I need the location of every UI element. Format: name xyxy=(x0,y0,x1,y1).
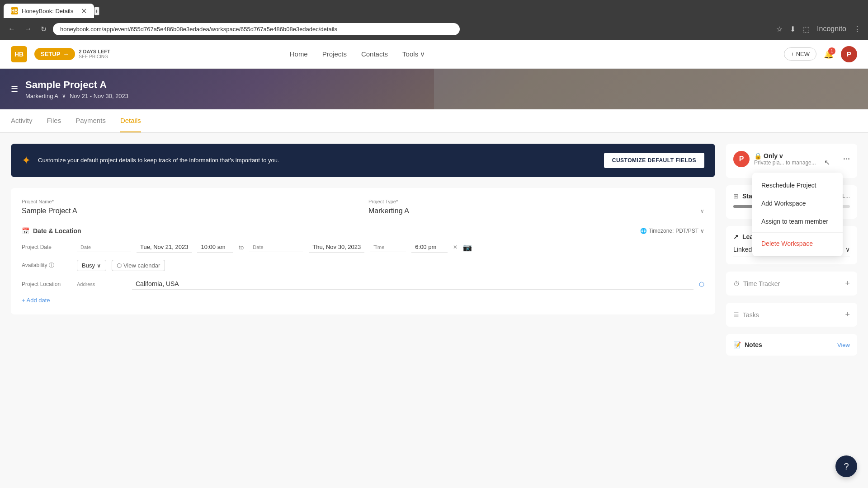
tab-payments[interactable]: Payments xyxy=(75,109,106,132)
new-button[interactable]: + NEW xyxy=(784,47,816,61)
date-separator: to xyxy=(239,244,244,251)
lock-icon: 🔒 xyxy=(754,152,762,160)
left-panel: ✦ Customize your default project details… xyxy=(11,144,715,483)
end-date-label: Date xyxy=(249,243,303,252)
calendar-icon[interactable]: 📷 xyxy=(463,243,472,252)
days-left-count: 2 DAYS LEFT xyxy=(79,49,110,54)
user-avatar[interactable]: P xyxy=(841,46,857,62)
star-icon[interactable]: ☆ xyxy=(774,23,784,35)
add-workspace-item[interactable]: Add Workspace xyxy=(752,194,843,212)
browser-right-icons: ☆ ⬇ ⬚ Incognito ⋮ xyxy=(774,23,863,35)
availability-select[interactable]: Busy ∨ xyxy=(77,260,106,271)
project-sub: Markerting A ∨ Nov 21 - Nov 30, 2023 xyxy=(25,93,128,99)
banner-star-icon: ✦ xyxy=(22,154,31,167)
setup-button[interactable]: SETUP → xyxy=(34,48,75,60)
notes-header: 📝 Notes View xyxy=(733,341,850,348)
tab-details[interactable]: Details xyxy=(120,109,141,132)
assign-to-team-member-item[interactable]: Assign to team member xyxy=(752,212,843,230)
project-avatar: P xyxy=(733,151,750,167)
notifications-button[interactable]: 🔔 1 xyxy=(824,49,834,59)
new-tab-button[interactable]: + xyxy=(94,7,99,15)
timezone-selector[interactable]: 🌐 Timezone: PDT/PST ∨ xyxy=(640,228,704,234)
setup-arrow-icon: → xyxy=(63,51,69,57)
project-type-select[interactable]: Markerting A ∨ xyxy=(368,207,704,218)
visibility-title: Only v xyxy=(764,152,783,160)
nav-contacts[interactable]: Contacts xyxy=(361,50,388,58)
tasks-card: ☰ Tasks + xyxy=(726,303,857,327)
start-date-label: Date xyxy=(77,243,131,252)
end-time-label: Time xyxy=(370,243,406,252)
extension-icon[interactable]: ⬚ xyxy=(801,23,811,35)
location-input[interactable]: California, USA xyxy=(132,278,693,290)
nav-home[interactable]: Home xyxy=(290,50,308,58)
tab-close-button[interactable]: ✕ xyxy=(81,7,87,15)
add-task-button[interactable]: + xyxy=(845,310,850,319)
external-link-icon: ⬡ xyxy=(117,262,122,269)
project-title: Sample Project A xyxy=(25,79,128,91)
project-menu-icon[interactable]: ☰ xyxy=(11,84,18,94)
download-icon[interactable]: ⬇ xyxy=(788,23,797,35)
project-dates: Nov 21 - Nov 30, 2023 xyxy=(70,93,128,99)
busy-value: Busy xyxy=(82,262,95,269)
project-header: ☰ Sample Project A Markerting A ∨ Nov 21… xyxy=(0,69,868,109)
forward-button[interactable]: → xyxy=(22,23,34,35)
date-location-header: 📅 Date & Location 🌐 Timezone: PDT/PST ∨ xyxy=(22,227,704,235)
date-location-title: 📅 Date & Location xyxy=(22,227,81,235)
project-info: Sample Project A Markerting A ∨ Nov 21 -… xyxy=(25,79,128,99)
project-date-row: Project Date Date Tue, Nov 21, 2023 10:0… xyxy=(22,242,704,253)
end-date-input[interactable]: Thu, Nov 30, 2023 xyxy=(309,242,364,253)
add-tracker-button[interactable]: + xyxy=(845,279,850,288)
browser-tab-active[interactable]: HB HoneyBook: Details ✕ xyxy=(4,4,94,18)
notes-view-link[interactable]: View xyxy=(837,342,850,348)
tab-files[interactable]: Files xyxy=(47,109,61,132)
stage-icon: ⊞ xyxy=(733,192,739,200)
top-nav: HB SETUP → 2 DAYS LEFT SEE PRICING Home … xyxy=(0,40,868,69)
main-navigation: Home Projects Contacts Tools ∨ xyxy=(290,50,425,58)
tracker-title-text: Time Tracker xyxy=(743,280,780,287)
lead-source-dropdown-icon: ∨ xyxy=(845,246,850,253)
customize-banner: ✦ Customize your default project details… xyxy=(11,144,715,177)
reschedule-project-item[interactable]: Reschedule Project xyxy=(752,176,843,194)
more-options-button[interactable]: ··· xyxy=(843,155,850,164)
date-location-title-text: Date & Location xyxy=(33,227,81,235)
view-calendar-link[interactable]: ⬡ View calendar xyxy=(112,260,165,271)
form-section: Project Name* Sample Project A Project T… xyxy=(11,188,715,314)
workspace-dropdown-icon[interactable]: ∨ xyxy=(62,93,66,99)
start-time-input[interactable]: 10:00 am xyxy=(197,242,233,253)
location-external-icon[interactable]: ⬡ xyxy=(699,281,704,288)
see-pricing-link[interactable]: SEE PRICING xyxy=(79,54,110,59)
nav-projects[interactable]: Projects xyxy=(322,50,347,58)
notes-card: 📝 Notes View xyxy=(726,334,857,356)
customize-default-fields-button[interactable]: CUSTOMIZE DEFAULT FIELDS xyxy=(604,153,704,168)
delete-workspace-item[interactable]: Delete Workspace xyxy=(752,235,843,253)
back-button[interactable]: ← xyxy=(5,23,18,35)
banner-text: Customize your default project details t… xyxy=(38,156,597,165)
tasks-icon: ☰ xyxy=(733,311,739,319)
tab-activity[interactable]: Activity xyxy=(11,109,33,132)
setup-label: SETUP xyxy=(41,51,60,57)
time-clear-icon[interactable]: ✕ xyxy=(453,244,458,250)
refresh-button[interactable]: ↻ xyxy=(38,23,49,35)
start-date-input[interactable]: Tue, Nov 21, 2023 xyxy=(137,242,192,253)
app: HB SETUP → 2 DAYS LEFT SEE PRICING Home … xyxy=(0,40,868,488)
end-time-input[interactable]: 6:00 pm xyxy=(411,242,448,253)
menu-icon[interactable]: ⋮ xyxy=(852,23,863,35)
add-date-button[interactable]: + Add date xyxy=(22,297,704,304)
nav-tools[interactable]: Tools ∨ xyxy=(402,50,425,58)
tab-title: HoneyBook: Details xyxy=(22,8,73,14)
cursor-indicator: ↖ xyxy=(824,158,830,167)
help-button[interactable]: ? xyxy=(835,455,857,477)
main-content: ✦ Customize your default project details… xyxy=(0,133,868,488)
notes-icon: 📝 xyxy=(733,341,741,348)
incognito-label: Incognito xyxy=(815,23,848,35)
availability-info-icon[interactable]: ⓘ xyxy=(49,262,54,268)
project-date-label: Project Date xyxy=(22,244,71,250)
time-tracker-card: ⏱ Time Tracker + xyxy=(726,272,857,296)
location-row: Project Location Address California, USA… xyxy=(22,278,704,290)
tasks-header: ☰ Tasks + xyxy=(733,310,850,319)
view-calendar-label: View calendar xyxy=(123,262,160,269)
project-tabs: Activity Files Payments Details xyxy=(0,109,868,133)
project-name-value[interactable]: Sample Project A xyxy=(22,207,358,218)
browser-tab-bar: HB HoneyBook: Details ✕ + xyxy=(0,0,868,18)
address-bar[interactable] xyxy=(53,23,460,35)
